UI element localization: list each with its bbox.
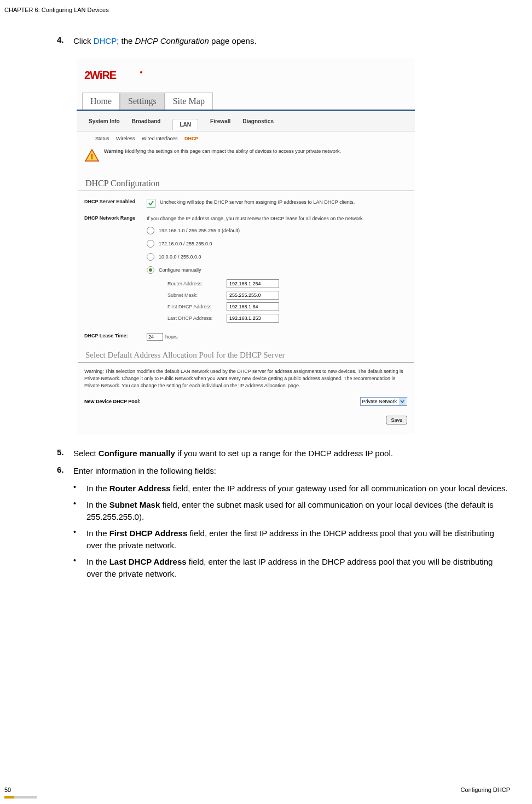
label-hours: hours: [165, 334, 178, 341]
input-subnet-mask[interactable]: [227, 291, 279, 300]
check-icon: [148, 200, 154, 206]
footer-section: Configuring DHCP: [461, 786, 510, 793]
dhcp-config-screenshot: 2WiRE Home Settings Site Map System Info…: [77, 58, 415, 434]
subtab-lan[interactable]: LAN: [172, 119, 198, 130]
input-router-address[interactable]: [227, 279, 279, 288]
tnav-wireless[interactable]: Wireless: [116, 136, 135, 141]
step-text: Select Configure manually if you want to…: [73, 447, 393, 460]
top-tabs: Home Settings Site Map: [77, 93, 415, 111]
warning-text-pool: Warning: This selection modifies the def…: [77, 368, 415, 389]
footer-accent-bar: [4, 796, 37, 799]
tertiary-nav: Status Wireless Wired Interfaces DHCP: [77, 131, 415, 146]
warning-box: ! Warning Modifying the settings on this…: [77, 146, 415, 174]
subtab-broadband[interactable]: Broadband: [132, 118, 161, 124]
page-footer: 50 Configuring DHCP: [4, 786, 510, 793]
step-number: 6.: [57, 465, 73, 477]
row-server-enabled: DHCP Server Enabled Unchecking will stop…: [84, 199, 407, 208]
tnav-status[interactable]: Status: [95, 136, 109, 141]
svg-text:!: !: [91, 152, 94, 161]
step-6: 6. Enter information in the following fi…: [57, 465, 510, 477]
select-dhcp-pool[interactable]: Private Network: [360, 397, 407, 406]
subtab-system-info[interactable]: System Info: [89, 118, 120, 124]
radio-range-172[interactable]: [147, 240, 154, 248]
desc-server-enabled: Unchecking will stop the DHCP server fro…: [160, 199, 355, 206]
svg-text:2WiRE: 2WiRE: [84, 69, 117, 81]
dhcp-link: DHCP: [94, 36, 117, 45]
tnav-wired[interactable]: Wired Interfaces: [142, 136, 178, 141]
label-new-device-pool: New Device DHCP Pool:: [84, 399, 360, 404]
radio-range-10[interactable]: [147, 253, 154, 261]
bullet-router-address: • In the Router Address field, enter the…: [73, 483, 510, 495]
svg-point-1: [140, 71, 142, 73]
radio-range-default[interactable]: [147, 227, 154, 234]
step-number: 5.: [57, 447, 73, 460]
row-lease-time: DHCP Lease Time: hours: [84, 333, 407, 341]
step-5: 5. Select Configure manually if you want…: [57, 447, 510, 460]
desc-network-range: If you change the IP address range, you …: [147, 215, 407, 222]
label-subnet-mask: Subnet Mask:: [167, 292, 227, 299]
warning-icon: !: [84, 148, 100, 163]
page-number: 50: [4, 786, 11, 793]
label-network-range: DHCP Network Range: [84, 215, 147, 325]
step-number: 4.: [57, 35, 73, 47]
input-lease-time[interactable]: [147, 333, 163, 341]
section-allocation-pool: Select Default Address Allocation Pool f…: [78, 348, 414, 363]
label-router-address: Router Address:: [167, 280, 227, 288]
tab-settings[interactable]: Settings: [120, 93, 165, 110]
radio-range-manual[interactable]: [147, 266, 154, 274]
step-text: Click DHCP; the DHCP Configuration page …: [73, 35, 257, 47]
input-first-dhcp[interactable]: [227, 302, 279, 311]
chevron-down-icon: [399, 398, 406, 405]
svg-rect-4: [399, 398, 406, 405]
chapter-header: CHAPTER 6: Configuring LAN Devices: [4, 7, 510, 13]
subtab-diagnostics[interactable]: Diagnostics: [242, 118, 274, 124]
label-first-dhcp: First DHCP Address:: [167, 303, 227, 311]
save-button[interactable]: Save: [386, 416, 407, 424]
subtab-firewall[interactable]: Firewall: [210, 118, 230, 124]
bullet-last-dhcp: • In the Last DHCP Address field, enter …: [73, 556, 510, 580]
tab-home[interactable]: Home: [82, 93, 120, 110]
tnav-dhcp[interactable]: DHCP: [184, 136, 199, 141]
tab-sitemap[interactable]: Site Map: [165, 93, 213, 110]
label-server-enabled: DHCP Server Enabled: [84, 199, 147, 208]
section-dhcp-config: DHCP Configuration: [78, 176, 414, 191]
2wire-logo: 2WiRE: [77, 58, 415, 85]
sub-tabs: System Info Broadband LAN Firewall Diagn…: [77, 111, 415, 131]
checkbox-server-enabled[interactable]: [147, 199, 155, 208]
label-lease-time: DHCP Lease Time:: [84, 333, 147, 341]
bullet-first-dhcp: • In the First DHCP Address field, enter…: [73, 527, 510, 552]
label-last-dhcp: Last DHCP Address:: [167, 315, 227, 322]
step-4: 4. Click DHCP; the DHCP Configuration pa…: [57, 35, 510, 47]
step-text: Enter information in the following field…: [73, 465, 216, 477]
bullet-subnet-mask: • In the Subnet Mask field, enter the su…: [73, 499, 510, 523]
input-last-dhcp[interactable]: [227, 314, 279, 323]
row-network-range: DHCP Network Range If you change the IP …: [84, 215, 407, 325]
